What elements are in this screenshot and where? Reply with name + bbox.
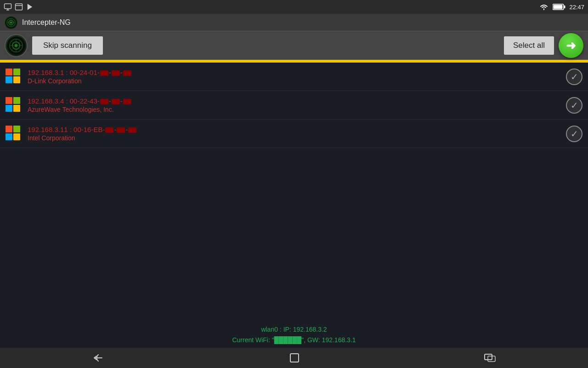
device-vendor-2: AzureWave Technologies, Inc. — [28, 106, 566, 113]
skip-scanning-button[interactable]: Skip scanning — [32, 36, 103, 55]
device-os-icon-2 — [6, 97, 22, 114]
svg-rect-0 — [5, 4, 11, 9]
svg-marker-3 — [28, 4, 33, 10]
back-button[interactable] — [83, 349, 114, 367]
device-vendor-3: Intel Corporation — [28, 134, 566, 142]
svg-rect-21 — [290, 354, 299, 362]
bottom-status: wlan0 : IP: 192.168.3.2 Current WiFi: "█… — [0, 324, 588, 345]
status-icons-left — [4, 3, 34, 11]
device-vendor-1: D-Link Corporation — [28, 77, 566, 85]
device-info-3: 192.168.3.11 : 00-16-EB--- Intel Corpora… — [28, 126, 566, 142]
device-row-1[interactable]: 192.168.3.1 : 00-24-01--- D-Link Corpora… — [0, 63, 588, 91]
device-info-2: 192.168.3.4 : 00-22-43--- AzureWave Tech… — [28, 97, 566, 113]
status-right: 22:47 — [539, 3, 584, 11]
recents-button[interactable] — [475, 349, 505, 367]
navigation-bar — [0, 348, 588, 368]
title-bar: Intercepter-NG — [0, 14, 588, 31]
clock: 22:47 — [569, 4, 584, 11]
home-button[interactable] — [279, 348, 310, 368]
svg-rect-1 — [16, 4, 23, 10]
device-info-1: 192.168.3.1 : 00-24-01--- D-Link Corpora… — [28, 69, 566, 85]
go-button[interactable]: ➜ — [559, 33, 583, 58]
device-checkbox-3[interactable]: ✓ — [566, 126, 582, 142]
device-checkbox-2[interactable]: ✓ — [566, 97, 582, 114]
status-bar: 22:47 — [0, 0, 588, 14]
back-icon — [92, 353, 105, 363]
device-list: 192.168.3.1 : 00-24-01--- D-Link Corpora… — [0, 63, 588, 148]
svg-rect-5 — [564, 6, 565, 8]
device-row-2[interactable]: 192.168.3.4 : 00-22-43--- AzureWave Tech… — [0, 91, 588, 120]
network-status-line1: wlan0 : IP: 192.168.3.2 — [0, 324, 588, 334]
app-title: Intercepter-NG — [22, 18, 71, 27]
select-all-button[interactable]: Select all — [504, 36, 554, 55]
recents-icon — [484, 353, 496, 363]
app-logo — [5, 16, 17, 29]
battery-status-icon — [553, 3, 565, 11]
screen-status-icon — [4, 3, 12, 11]
action-logo — [5, 34, 28, 57]
device-row-3[interactable]: 192.168.3.11 : 00-16-EB--- Intel Corpora… — [0, 120, 588, 148]
wifi-status-icon — [539, 3, 549, 11]
device-ip-mac-1: 192.168.3.1 : 00-24-01--- — [28, 69, 566, 76]
browser-status-icon — [15, 3, 23, 11]
svg-rect-22 — [485, 354, 492, 360]
svg-rect-6 — [554, 5, 563, 9]
device-checkbox-1[interactable]: ✓ — [566, 69, 582, 85]
home-icon — [288, 352, 300, 364]
network-status-line2: Current WiFi: "██████", GW: 192.168.3.1 — [0, 335, 588, 345]
device-os-icon-1 — [6, 69, 22, 85]
device-ip-mac-3: 192.168.3.11 : 00-16-EB--- — [28, 126, 566, 133]
device-ip-mac-2: 192.168.3.4 : 00-22-43--- — [28, 97, 566, 105]
media-status-icon — [26, 3, 34, 11]
device-os-icon-3 — [6, 126, 22, 142]
action-bar: Skip scanning Select all ➜ — [0, 31, 588, 60]
go-arrow-icon: ➜ — [566, 39, 576, 53]
